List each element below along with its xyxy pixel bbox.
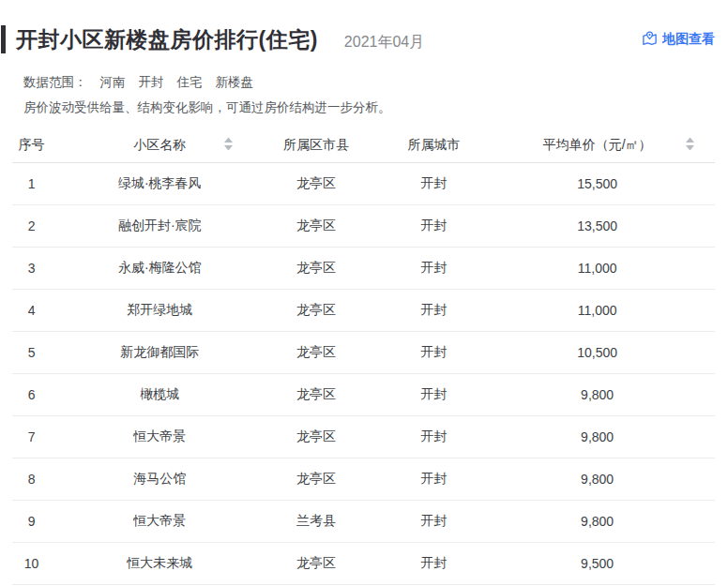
title-bar: 开封小区新楼盘房价排行(住宅) 2021年04月 地图查看 [0,0,728,54]
data-scope-label: 数据范围： [23,75,87,89]
table-row: 10 恒大未来城 龙亭区 开封 9,500 [12,543,715,585]
sort-arrows-icon[interactable] [224,137,233,153]
cell-price: 9,800 [504,387,715,402]
cell-district: 龙亭区 [268,218,363,234]
cell-rank: 3 [12,261,51,276]
cell-price: 9,800 [504,514,715,529]
price-table: 序号 小区名称 所属区市县 所属城市 平均单价（元/㎡） [12,128,715,585]
cell-rank: 7 [12,429,51,444]
table-row: 3 永威·梅隆公馆 龙亭区 开封 11,000 [12,248,715,290]
cell-rank: 10 [12,556,51,571]
cell-community-name: 恒大未来城 [51,555,268,572]
cell-price: 9,800 [504,472,715,487]
cell-city: 开封 [363,260,504,277]
cell-city: 开封 [363,513,504,530]
cell-rank: 5 [12,345,51,360]
description: 房价波动受供给量、结构变化影响，可通过房价结构进一步分析。 [23,99,728,116]
cell-community-name: 海马公馆 [51,471,268,488]
cell-city: 开封 [363,471,504,488]
cell-community-name: 融创开封·宸院 [51,218,268,234]
cell-community-name: 恒大帝景 [51,428,268,445]
cell-community-name: 橄榄城 [51,386,268,403]
table-row: 5 新龙御都国际 龙亭区 开封 10,500 [12,332,715,374]
scope-item-province: 河南 [100,75,126,89]
map-view-link[interactable]: 地图查看 [642,31,715,48]
cell-price: 13,500 [504,218,715,233]
cell-community-name: 郑开绿地城 [51,302,268,319]
cell-community-name: 新龙御都国际 [51,344,268,361]
cell-rank: 8 [12,472,51,487]
scope-item-type: 住宅 [177,75,203,89]
table-header: 序号 小区名称 所属区市县 所属城市 平均单价（元/㎡） [12,128,715,163]
col-header-name[interactable]: 小区名称 [51,137,268,154]
map-view-link-label: 地图查看 [662,31,715,48]
cell-city: 开封 [363,386,504,403]
scope-item-city: 开封 [139,75,164,89]
data-scope: 数据范围：河南开封住宅新楼盘 [23,74,728,91]
page: 开封小区新楼盘房价排行(住宅) 2021年04月 地图查看 数据范围：河南开封住… [0,0,728,586]
cell-rank: 1 [12,176,51,191]
table-row: 4 郑开绿地城 龙亭区 开封 11,000 [12,290,715,332]
cell-community-name: 永威·梅隆公馆 [51,260,268,277]
report-date: 2021年04月 [344,33,424,53]
scope-item-category: 新楼盘 [216,75,254,89]
table-row: 7 恒大帝景 龙亭区 开封 9,800 [12,416,715,458]
title-accent-bar [1,25,6,53]
col-header-city: 所属城市 [363,137,504,154]
table-row: 9 恒大帝景 兰考县 开封 9,800 [12,501,715,543]
cell-price: 10,500 [504,345,715,360]
cell-price: 15,500 [504,176,715,191]
col-header-rank: 序号 [12,137,51,154]
cell-rank: 4 [12,303,51,318]
cell-city: 开封 [363,555,504,572]
table-row: 6 橄榄城 龙亭区 开封 9,800 [12,374,715,416]
col-header-district: 所属区市县 [268,137,363,154]
table-row: 2 融创开封·宸院 龙亭区 开封 13,500 [12,205,715,248]
cell-district: 龙亭区 [268,471,363,488]
page-title: 开封小区新楼盘房价排行(住宅) [16,25,318,54]
cell-city: 开封 [363,302,504,319]
cell-price: 9,800 [504,429,715,444]
cell-rank: 6 [12,387,51,402]
cell-price: 11,000 [504,303,715,318]
meta-section: 数据范围：河南开封住宅新楼盘 房价波动受供给量、结构变化影响，可通过房价结构进一… [0,74,728,116]
cell-city: 开封 [363,175,504,192]
cell-price: 9,500 [504,556,715,571]
cell-city: 开封 [363,344,504,361]
cell-district: 兰考县 [268,513,363,530]
cell-community-name: 绿城·桃李春风 [51,175,268,192]
table-row: 1 绿城·桃李春风 龙亭区 开封 15,500 [12,163,715,205]
cell-district: 龙亭区 [268,386,363,403]
cell-rank: 2 [12,218,51,233]
cell-price: 11,000 [504,261,715,276]
cell-district: 龙亭区 [268,555,363,572]
cell-city: 开封 [363,218,504,234]
cell-community-name: 恒大帝景 [51,513,268,530]
cell-district: 龙亭区 [268,260,363,277]
cell-city: 开封 [363,428,504,445]
cell-rank: 9 [12,514,51,529]
col-header-price[interactable]: 平均单价（元/㎡） [504,137,715,154]
map-pin-icon [642,31,658,47]
sort-arrows-icon[interactable] [686,137,694,153]
cell-district: 龙亭区 [268,175,363,192]
cell-district: 龙亭区 [268,302,363,319]
table-row: 8 海马公馆 龙亭区 开封 9,800 [12,458,715,501]
cell-district: 龙亭区 [268,428,363,445]
cell-district: 龙亭区 [268,344,363,361]
